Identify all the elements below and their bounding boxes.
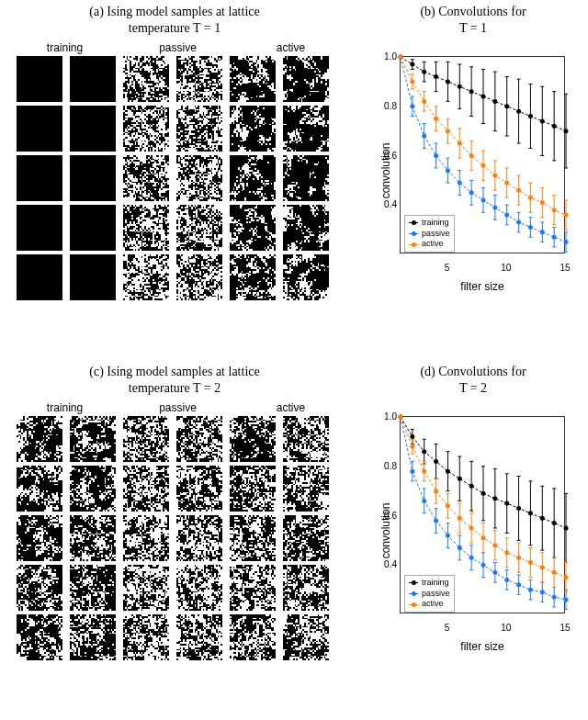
svg-point-393 (469, 525, 474, 530)
svg-point-281 (492, 496, 497, 501)
svg-point-279 (469, 484, 474, 489)
ising-sample (70, 614, 116, 660)
svg-point-283 (516, 506, 521, 511)
svg-point-388 (410, 444, 414, 449)
svg-point-284 (528, 511, 533, 515)
ising-sample (123, 155, 169, 201)
svg-point-143 (564, 240, 569, 244)
svg-point-141 (540, 230, 545, 234)
svg-point-334 (446, 534, 450, 538)
ising-sample (123, 205, 169, 251)
y-tick: 0.4 (377, 559, 397, 569)
svg-point-188 (422, 99, 426, 104)
column-headers-c: training passive active (0, 401, 349, 414)
svg-point-134 (458, 181, 462, 186)
panel-b: (b) Convolutions for T = 1 0.40.60.81.05… (358, 0, 588, 295)
svg-point-79 (481, 95, 486, 99)
svg-point-84 (540, 118, 545, 123)
ising-sample (230, 254, 276, 300)
ising-sample (176, 205, 222, 251)
ising-sample (176, 254, 222, 300)
legend-label: active (422, 599, 444, 610)
svg-point-77 (458, 84, 462, 89)
legend-marker-icon (409, 244, 418, 245)
svg-point-336 (469, 556, 474, 560)
svg-point-137 (492, 205, 497, 209)
legend-label: training (422, 218, 449, 229)
ising-sample (176, 515, 222, 561)
legend-label: active (422, 239, 444, 250)
svg-point-200 (564, 213, 569, 218)
caption-text-2: temperature T = 2 (129, 381, 220, 395)
col-header-passive: passive (130, 41, 226, 54)
legend-item: active (409, 239, 450, 250)
ising-sample (70, 155, 116, 201)
svg-point-276 (434, 459, 438, 464)
svg-point-394 (481, 535, 486, 540)
svg-point-75 (434, 74, 438, 79)
legend-marker-icon (409, 604, 418, 605)
svg-point-340 (516, 582, 521, 587)
legend-item: active (409, 599, 450, 610)
svg-point-139 (516, 220, 521, 225)
svg-point-76 (446, 79, 450, 84)
legend-item: passive (409, 229, 450, 240)
ising-sample (230, 515, 276, 561)
ising-sample (283, 466, 329, 512)
x-axis-label: filter size (400, 280, 565, 293)
legend-marker-icon (409, 582, 418, 583)
x-tick: 15 (560, 263, 570, 273)
ising-sample (283, 155, 329, 201)
svg-point-390 (434, 489, 438, 493)
svg-point-391 (446, 503, 450, 508)
panel-d: (d) Convolutions for T = 2 0.40.60.81.05… (358, 360, 588, 655)
legend-marker-icon (409, 222, 418, 223)
ising-sample (70, 515, 116, 561)
caption-text: (a) Ising model samples at lattice (89, 5, 259, 18)
svg-point-397 (516, 556, 521, 560)
ising-sample (123, 515, 169, 561)
svg-point-396 (504, 550, 509, 555)
ising-sample (230, 416, 276, 462)
svg-point-133 (446, 168, 450, 173)
panel-b-caption: (b) Convolutions for T = 1 (358, 0, 588, 41)
svg-point-85 (552, 124, 557, 129)
svg-point-341 (528, 588, 533, 592)
legend-label: passive (422, 229, 450, 240)
ising-sample (176, 155, 222, 201)
ising-sample (17, 254, 62, 300)
legend-item: passive (409, 589, 450, 600)
panel-a-caption: (a) Ising model samples at lattice tempe… (0, 0, 349, 41)
svg-point-344 (564, 597, 569, 602)
svg-point-282 (504, 501, 509, 506)
svg-point-196 (516, 188, 521, 193)
svg-point-142 (552, 235, 557, 240)
ising-sample (230, 565, 276, 611)
svg-point-280 (481, 491, 486, 496)
caption-text-2: T = 1 (459, 21, 487, 35)
col-header-passive: passive (130, 401, 226, 414)
svg-point-192 (469, 153, 474, 158)
y-tick: 0.4 (377, 199, 397, 209)
ising-sample (17, 56, 62, 102)
svg-point-343 (552, 595, 557, 600)
svg-point-187 (410, 79, 414, 84)
ising-sample (17, 466, 62, 512)
ising-sample (230, 466, 276, 512)
svg-point-339 (504, 578, 509, 582)
svg-point-274 (410, 434, 414, 439)
ising-sample (123, 56, 169, 102)
samples-grid-c (0, 416, 349, 660)
y-tick: 0.8 (377, 100, 397, 110)
ising-sample (70, 565, 116, 611)
legend-label: training (422, 578, 449, 589)
caption-text-2: T = 2 (459, 381, 487, 395)
svg-point-387 (399, 415, 403, 420)
ising-sample (70, 106, 116, 152)
svg-point-277 (446, 469, 450, 474)
ising-sample (17, 106, 62, 152)
ising-sample (176, 614, 222, 660)
svg-point-401 (564, 575, 569, 579)
ising-sample (283, 565, 329, 611)
samples-grid-a (0, 56, 349, 300)
